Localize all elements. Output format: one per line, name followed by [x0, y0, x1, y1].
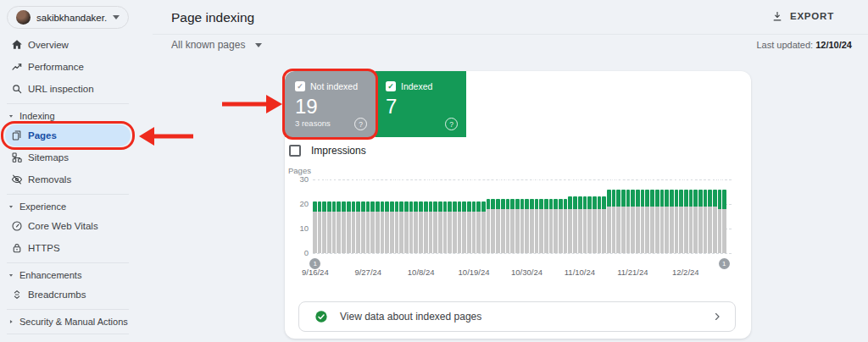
scope-filter-dropdown[interactable]: All known pages [171, 39, 262, 51]
indexed-segment [607, 190, 611, 207]
chart-range-marker[interactable]: 1 [719, 258, 730, 269]
not-indexed-segment [366, 212, 370, 253]
indexed-segment [641, 190, 645, 207]
caret-down-icon [113, 15, 120, 19]
sidebar-section-security-manual-actions[interactable]: Security & Manual Actions [5, 313, 131, 330]
sidebar-item-https[interactable]: HTTPS [5, 237, 131, 259]
sidebar-section-experience[interactable]: Experience [5, 198, 131, 215]
not-indexed-segment [467, 212, 471, 253]
sidebar-label: Removals [28, 174, 71, 185]
indexed-segment [491, 199, 495, 209]
property-name: sakibkhandaker.com [36, 13, 107, 23]
not-indexed-segment [641, 207, 645, 253]
not-indexed-segment [535, 209, 539, 253]
not-indexed-segment [587, 209, 592, 253]
indexed-segment [636, 190, 640, 207]
export-button[interactable]: EXPORT [771, 10, 834, 22]
sidebar-label: Security & Manual Actions [19, 317, 128, 327]
indexed-segment [535, 199, 539, 209]
sidebar-section-enhancements[interactable]: Enhancements [5, 267, 131, 284]
stacked-bar[interactable] [722, 179, 726, 253]
not-indexed-segment [429, 212, 433, 253]
not-indexed-segment [655, 207, 659, 253]
scope-filter-label: All known pages [171, 39, 245, 51]
not-indexed-segment [713, 207, 717, 253]
indexed-segment [559, 199, 563, 209]
not-indexed-segment [352, 212, 356, 253]
indexed-segment [352, 201, 356, 212]
sidebar-label: HTTPS [28, 243, 60, 253]
indexed-segment [675, 190, 679, 207]
sidebar-item-core-web-vitals[interactable]: Core Web Vitals [5, 215, 131, 237]
not-indexed-segment [660, 207, 665, 253]
sidebar-item-breadcrumbs[interactable]: Breadcrumbs [5, 284, 131, 306]
not-indexed-segment [462, 212, 466, 253]
download-icon [771, 10, 783, 22]
y-axis-tick: 30 [285, 174, 309, 184]
not-indexed-segment [549, 209, 554, 253]
indexed-segment [602, 196, 606, 209]
indexed-segment [313, 201, 317, 212]
indexed-segment [419, 201, 423, 212]
not-indexed-segment [568, 209, 572, 253]
not-indexed-segment [318, 212, 322, 253]
property-selector[interactable]: sakibkhandaker.com [7, 6, 129, 29]
indexed-segment [631, 190, 635, 207]
sidebar-section-indexing[interactable]: Indexing [5, 108, 131, 124]
sidebar-item-url-inspection[interactable]: URL inspection [5, 78, 131, 100]
x-axis-tick: 12/2/24 [672, 268, 699, 277]
sidebar-item-sitemaps[interactable]: Sitemaps [5, 146, 131, 168]
indexed-segment [322, 201, 326, 212]
indexed-segment [616, 190, 620, 207]
sitemap-icon [11, 152, 23, 163]
indexed-segment [698, 190, 703, 207]
indexed-segment [612, 190, 616, 207]
page-indexing-panel: ✓Not indexed193 reasons?✓Indexed7? Impre… [285, 71, 751, 339]
view-indexed-data-link[interactable]: View data about indexed pages [298, 301, 736, 332]
not-indexed-segment [708, 207, 712, 253]
not-indexed-segment [670, 207, 674, 253]
not-indexed-segment [327, 212, 331, 253]
sidebar-divider [7, 194, 129, 195]
sidebar-label: Experience [19, 201, 66, 212]
not-indexed-segment [602, 209, 606, 253]
indexed-segment [544, 199, 548, 209]
not-indexed-segment [361, 212, 365, 253]
not-indexed-segment [583, 209, 587, 253]
not-indexed-segment [539, 209, 543, 253]
indexed-segment [626, 190, 631, 207]
sidebar-item-overview[interactable]: Overview [5, 34, 131, 56]
not-indexed-segment [424, 212, 428, 253]
indexed-segment [424, 201, 428, 212]
page-title: Page indexing [171, 10, 254, 25]
not-indexed-segment [481, 212, 486, 253]
indexed-segment [621, 190, 626, 207]
x-axis-tick: 10/30/24 [511, 268, 542, 277]
not-indexed-segment [636, 207, 640, 253]
indexed-segment [510, 199, 515, 209]
indexed-segment [332, 201, 337, 212]
indexing-chart[interactable]: Pages 30201009/16/249/27/2410/8/2410/19/… [285, 71, 751, 291]
removals-icon [11, 174, 23, 185]
not-indexed-segment [684, 207, 688, 253]
not-indexed-segment [322, 212, 326, 253]
not-indexed-segment [438, 212, 442, 253]
indexed-segment [409, 201, 414, 212]
sidebar-label: Core Web Vitals [28, 221, 98, 231]
indexed-segment [496, 199, 500, 209]
not-indexed-segment [385, 212, 389, 253]
not-indexed-segment [313, 212, 317, 253]
y-axis-tick: 10 [285, 223, 309, 233]
sidebar-item-pages[interactable]: Pages [5, 124, 131, 146]
sidebar-item-performance[interactable]: Performance [5, 56, 131, 78]
performance-icon [11, 61, 23, 73]
not-indexed-segment [593, 209, 597, 253]
sidebar-label: Sitemaps [28, 152, 69, 163]
not-indexed-segment [443, 212, 448, 253]
indexed-segment [443, 201, 448, 212]
annotation-arrow-to-pages-item [138, 126, 196, 146]
check-circle-icon [314, 310, 328, 323]
last-updated-label: Last updated: [756, 40, 813, 50]
not-indexed-segment [347, 212, 351, 253]
sidebar-item-removals[interactable]: Removals [5, 168, 131, 190]
